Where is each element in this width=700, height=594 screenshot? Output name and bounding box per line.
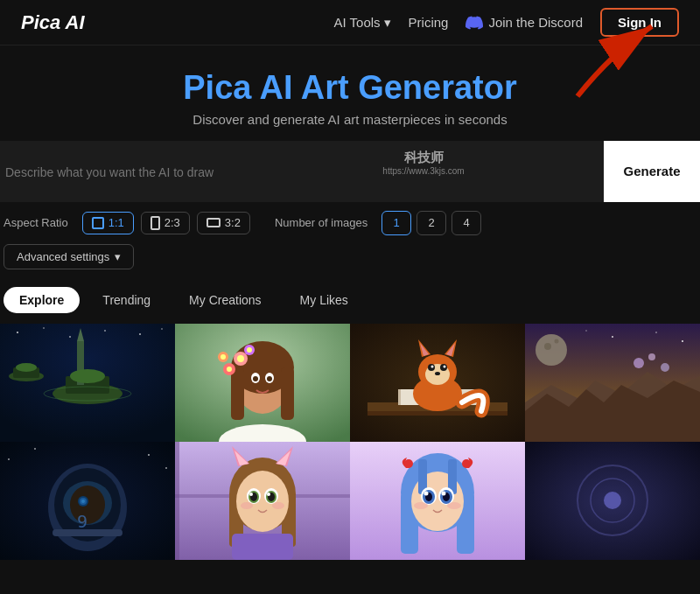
aspect-2-3-icon <box>150 216 160 230</box>
svg-text:9: 9 <box>77 511 88 532</box>
tab-trending[interactable]: Trending <box>87 287 166 313</box>
chevron-down-icon: ▾ <box>384 15 391 31</box>
gallery-img-8 <box>525 442 700 560</box>
gallery-item[interactable]: 9 <box>0 442 175 560</box>
svg-point-5 <box>139 333 141 335</box>
svg-point-123 <box>604 492 621 509</box>
num-1-button[interactable]: 1 <box>382 211 411 235</box>
svg-point-59 <box>655 332 657 333</box>
aspect-ratio-label: Aspect Ratio <box>4 216 68 229</box>
svg-point-49 <box>431 365 434 367</box>
svg-point-67 <box>34 448 36 450</box>
svg-rect-100 <box>232 534 293 560</box>
svg-point-118 <box>414 502 428 509</box>
aspect-3-2-icon <box>206 218 220 227</box>
svg-point-76 <box>81 500 85 503</box>
svg-point-119 <box>447 502 461 509</box>
gallery-item[interactable] <box>350 442 525 560</box>
svg-point-58 <box>612 336 613 338</box>
svg-point-69 <box>165 467 167 469</box>
svg-rect-80 <box>175 442 179 560</box>
nav-ai-tools[interactable]: AI Tools ▾ <box>333 15 390 31</box>
gallery-item[interactable] <box>0 324 175 442</box>
gallery-item[interactable] <box>525 442 700 560</box>
svg-point-3 <box>69 336 71 338</box>
hero-title: Pica AI Art Generator <box>0 70 700 107</box>
aspect-3-2-button[interactable]: 3:2 <box>197 212 250 234</box>
aspect-1-1-icon <box>92 217 104 229</box>
gallery-img-3 <box>350 324 525 442</box>
gallery-item[interactable] <box>175 442 350 560</box>
gallery-img-4 <box>525 324 700 442</box>
svg-point-11 <box>70 369 105 383</box>
advanced-settings-row: Advanced settings ▾ <box>0 244 700 280</box>
num-images-options: 1 2 4 <box>382 211 481 235</box>
aspect-1-1-button[interactable]: 1:1 <box>82 212 134 234</box>
gallery-item[interactable] <box>175 324 350 442</box>
svg-rect-78 <box>52 529 122 536</box>
svg-point-23 <box>253 376 258 381</box>
controls-row: Aspect Ratio 1:1 2:3 3:2 Number of image… <box>0 202 700 244</box>
prompt-wrapper: Generate <box>0 141 700 202</box>
chevron-down-icon: ▾ <box>115 250 121 263</box>
svg-point-68 <box>148 454 150 456</box>
generate-button[interactable]: Generate <box>604 141 700 202</box>
svg-point-32 <box>220 354 226 360</box>
logo: Pica AI <box>21 11 85 34</box>
svg-point-108 <box>404 459 413 468</box>
svg-point-116 <box>424 491 429 495</box>
advanced-settings-button[interactable]: Advanced settings ▾ <box>4 244 134 269</box>
svg-point-1 <box>17 332 18 333</box>
svg-point-55 <box>555 339 559 343</box>
svg-point-62 <box>634 358 644 368</box>
svg-rect-20 <box>281 367 294 420</box>
discord-icon <box>466 14 483 31</box>
svg-point-66 <box>8 458 10 460</box>
gallery-img-7 <box>350 442 525 560</box>
gallery-img-6 <box>175 442 350 560</box>
num-4-button[interactable]: 4 <box>452 211 481 235</box>
gallery-img-2 <box>175 324 350 442</box>
svg-point-85 <box>236 471 289 532</box>
svg-point-96 <box>249 493 253 496</box>
svg-point-50 <box>444 365 446 367</box>
svg-point-109 <box>462 459 471 468</box>
svg-point-4 <box>104 330 106 332</box>
gallery-item[interactable] <box>525 324 700 442</box>
aspect-2-3-button[interactable]: 2:3 <box>141 212 190 234</box>
svg-point-26 <box>237 355 244 362</box>
svg-point-61 <box>585 330 586 331</box>
svg-point-117 <box>442 491 446 495</box>
svg-point-54 <box>544 343 551 350</box>
svg-point-60 <box>682 340 683 342</box>
svg-point-51 <box>435 372 440 375</box>
num-images-label: Number of images <box>275 216 368 229</box>
navbar: Pica AI AI Tools ▾ Pricing Join the Disc… <box>0 0 700 45</box>
prompt-input[interactable] <box>0 141 700 202</box>
svg-point-64 <box>661 363 669 372</box>
tab-my-likes[interactable]: My Likes <box>284 287 364 313</box>
nav-discord[interactable]: Join the Discord <box>466 14 583 31</box>
aspect-options: 1:1 2:3 3:2 <box>82 212 250 234</box>
tab-my-creations[interactable]: My Creations <box>173 287 276 313</box>
svg-point-2 <box>43 327 45 329</box>
hero-subtitle: Discover and generate AI art masterpiece… <box>0 112 700 127</box>
svg-point-99 <box>272 502 284 509</box>
gallery-img-1 <box>0 324 175 442</box>
sign-in-button[interactable]: Sign In <box>600 8 679 37</box>
num-2-button[interactable]: 2 <box>416 211 446 235</box>
gallery-item[interactable] <box>350 324 525 442</box>
tab-explore[interactable]: Explore <box>4 287 80 313</box>
svg-point-97 <box>267 493 270 496</box>
svg-point-53 <box>536 334 567 366</box>
nav-right: AI Tools ▾ Pricing Join the Discord Sign… <box>333 8 679 37</box>
svg-point-14 <box>16 363 37 372</box>
tabs-row: Explore Trending My Creations My Likes <box>0 280 700 324</box>
prompt-section: Generate 科技师 https://www.3kjs.com <box>0 141 700 202</box>
nav-pricing[interactable]: Pricing <box>409 15 449 30</box>
hero-section: Pica AI Art Generator Discover and gener… <box>0 45 700 141</box>
gallery: 9 <box>0 324 700 560</box>
gallery-img-5: 9 <box>0 442 175 560</box>
svg-point-63 <box>648 353 655 360</box>
svg-rect-38 <box>398 389 401 405</box>
